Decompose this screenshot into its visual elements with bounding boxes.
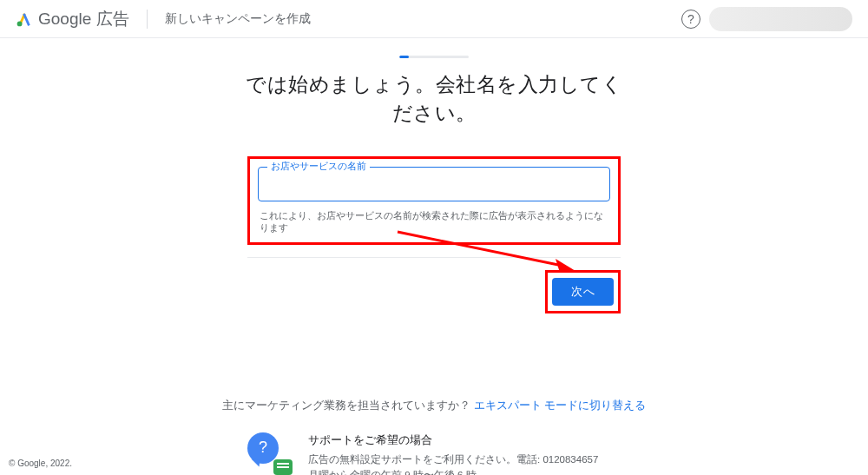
expert-mode-link[interactable]: エキスパート モードに切り替える [474, 399, 646, 412]
header-right: ? [681, 7, 852, 31]
support-line-1: 広告の無料設定サポートをご利用ください。電話: 0120834657 [308, 452, 621, 467]
field-label: お店やサービスの名前 [267, 161, 370, 173]
progress-fill [399, 56, 409, 58]
form-section: お店やサービスの名前 これにより、お店やサービスの名前が検索された際に広告が表示… [247, 156, 621, 245]
chat-bubble-icon [273, 459, 293, 475]
svg-point-0 [17, 21, 23, 26]
help-icon[interactable]: ? [681, 10, 700, 29]
support-phone: 0120834657 [542, 454, 598, 465]
page-subtitle: 新しいキャンペーンを作成 [165, 11, 311, 27]
page-title: では始めましょう。会社名を入力してください。 [243, 70, 625, 129]
logo-text-1: Google [38, 10, 91, 28]
section-divider [247, 257, 621, 258]
logo-text-2: 広告 [96, 10, 129, 28]
ads-logo-icon [16, 10, 33, 28]
helper-text: これにより、お店やサービスの名前が検索された際に広告が表示されるようになります [258, 210, 610, 234]
actions-row: 次へ [247, 270, 621, 313]
account-area[interactable] [709, 7, 852, 31]
copyright: © Google, 2022. [9, 459, 72, 468]
support-icon-group: ? [247, 432, 291, 474]
business-name-field[interactable]: お店やサービスの名前 [258, 167, 610, 201]
google-ads-logo[interactable]: Google 広告 [16, 8, 129, 30]
app-header: Google 広告 新しいキャンペーンを作成 ? [0, 0, 868, 38]
support-section: ? サポートをご希望の場合 広告の無料設定サポートをご利用ください。電話: 01… [247, 432, 621, 475]
progress-bar [399, 56, 469, 58]
annotation-box-next: 次へ [545, 270, 621, 313]
expert-question: 主にマーケティング業務を担当されていますか？ [222, 399, 473, 412]
support-line-2: 月曜から金曜の午前 9 時〜午後 6 時 [308, 467, 621, 475]
divider [147, 10, 148, 29]
expert-mode-row: 主にマーケティング業務を担当されていますか？ エキスパート モードに切り替える [0, 399, 868, 413]
support-text: サポートをご希望の場合 広告の無料設定サポートをご利用ください。電話: 0120… [308, 432, 621, 475]
support-title: サポートをご希望の場合 [308, 432, 621, 448]
next-button[interactable]: 次へ [552, 278, 614, 306]
header-left: Google 広告 新しいキャンペーンを作成 [16, 8, 311, 30]
annotation-box-input: お店やサービスの名前 これにより、お店やサービスの名前が検索された際に広告が表示… [247, 156, 621, 245]
question-bubble-icon: ? [247, 432, 279, 464]
